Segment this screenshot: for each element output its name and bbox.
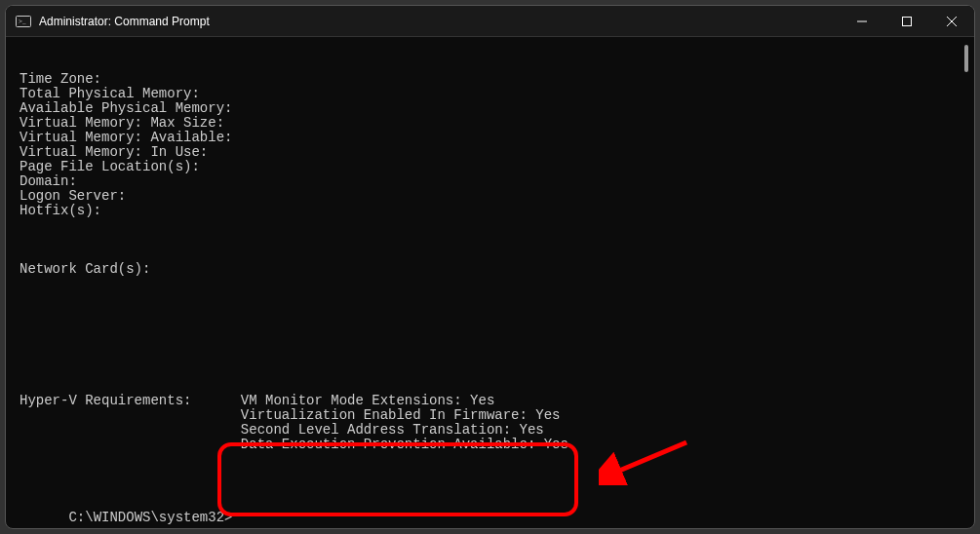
output-line: Hotfix(s):	[20, 204, 974, 218]
svg-text:>_: >_	[19, 18, 26, 25]
window-title: Administrator: Command Prompt	[39, 15, 210, 28]
output-line	[20, 350, 974, 364]
output-line	[20, 277, 974, 291]
output-line	[20, 335, 974, 350]
svg-rect-3	[903, 17, 912, 25]
output-line: Total Physical Memory:	[20, 87, 974, 101]
output-line: Virtualization Enabled In Firmware: Yes	[20, 408, 974, 423]
titlebar[interactable]: >_ Administrator: Command Prompt	[6, 6, 974, 37]
output-line	[20, 452, 974, 467]
output-line: Data Execution Prevention Available: Yes	[20, 438, 974, 452]
output-line: Logon Server:	[20, 189, 974, 204]
scrollbar[interactable]	[964, 45, 968, 72]
output-line	[20, 364, 974, 379]
output-line: Second Level Address Translation: Yes	[20, 423, 974, 438]
output-line	[20, 379, 974, 394]
output-line: Domain:	[20, 174, 974, 189]
output-line	[20, 291, 974, 306]
output-line: Network Card(s):	[20, 262, 974, 277]
output-line	[20, 321, 974, 335]
output-line: Virtual Memory: Available:	[20, 131, 974, 145]
output-line: Hyper-V Requirements: VM Monitor Mode Ex…	[20, 394, 974, 408]
prompt: C:\WINDOWS\system32>	[68, 510, 232, 525]
close-button[interactable]	[929, 6, 974, 37]
terminal-output[interactable]: Time Zone:Total Physical Memory:Availabl…	[6, 37, 974, 529]
output-line: Available Physical Memory:	[20, 101, 974, 116]
output-line: Page File Location(s):	[20, 160, 974, 174]
output-line: Time Zone:	[20, 72, 974, 87]
command-prompt-window: >_ Administrator: Command Prompt Time Zo…	[5, 5, 975, 529]
output-line	[20, 248, 974, 262]
cmd-icon: >_	[16, 15, 31, 28]
output-line	[20, 306, 974, 321]
output-line: Virtual Memory: Max Size:	[20, 116, 974, 131]
output-line: Virtual Memory: In Use:	[20, 145, 974, 160]
output-line	[20, 218, 974, 233]
minimize-button[interactable]	[840, 6, 884, 37]
maximize-button[interactable]	[884, 6, 929, 37]
output-line	[20, 233, 974, 248]
